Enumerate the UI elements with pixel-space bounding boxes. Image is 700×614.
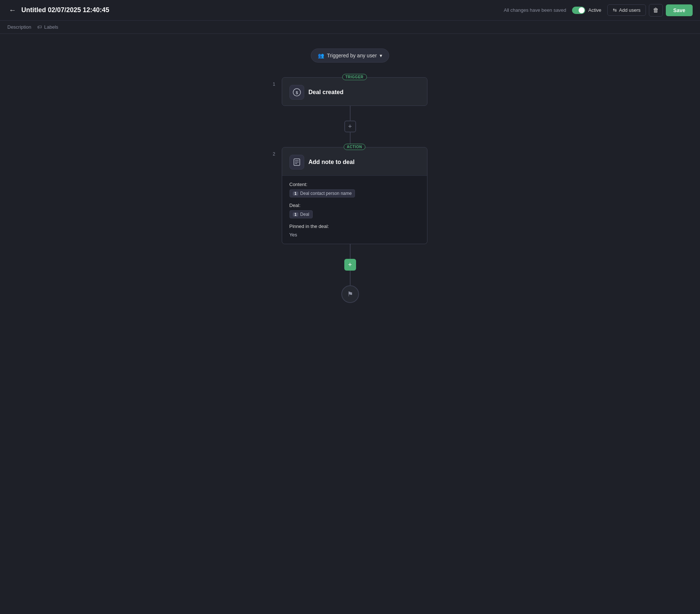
- action-card[interactable]: ACTION Add note to deal Content: 1: [282, 147, 427, 244]
- connector-3: [350, 244, 351, 259]
- deal-icon: $: [289, 85, 304, 100]
- header: ← Untitled 02/07/2025 12:40:45 All chang…: [0, 0, 700, 21]
- trigger-badge: TRIGGER: [342, 74, 367, 80]
- active-toggle-wrap: Active: [572, 7, 601, 14]
- header-right: ⇆ Add users 🗑 Save: [607, 4, 693, 17]
- sub-header: Description 🏷 Labels: [0, 21, 700, 34]
- action-badge: ACTION: [344, 144, 365, 150]
- trigger-title: Deal created: [309, 89, 344, 96]
- back-button[interactable]: ←: [7, 4, 18, 16]
- content-tag: 1 Deal contact person name: [289, 189, 355, 197]
- canvas: 👥 Triggered by any user ▾ 1 TRIGGER $ De…: [0, 34, 700, 604]
- content-tag-text: Deal contact person name: [300, 191, 352, 196]
- share-icon: ⇆: [613, 7, 617, 13]
- trigger-card[interactable]: TRIGGER $ Deal created: [282, 77, 427, 106]
- trigger-card-header: $ Deal created: [282, 78, 427, 106]
- active-label: Active: [588, 7, 601, 13]
- deal-tag-num: 1: [293, 213, 299, 217]
- user-group-icon: 👥: [318, 53, 324, 58]
- trigger-user-button[interactable]: 👥 Triggered by any user ▾: [311, 49, 390, 63]
- delete-button[interactable]: 🗑: [649, 4, 663, 17]
- deal-tag-text: Deal: [300, 212, 309, 217]
- connector-1: [350, 106, 351, 121]
- deal-field-label: Deal:: [289, 203, 420, 208]
- action-node-wrap: 2 ACTION Add note to deal Content:: [273, 147, 427, 244]
- svg-text:$: $: [295, 90, 298, 95]
- plus-icon-2: +: [348, 261, 352, 269]
- header-left: ← Untitled 02/07/2025 12:40:45: [7, 4, 498, 16]
- deal-field: Deal: 1 Deal: [289, 203, 420, 218]
- deal-tag: 1 Deal: [289, 210, 313, 218]
- saved-status: All changes have been saved: [504, 7, 566, 13]
- end-flag-icon: ⚑: [347, 290, 353, 298]
- content-field: Content: 1 Deal contact person name: [289, 182, 420, 197]
- save-button[interactable]: Save: [666, 4, 693, 16]
- header-center: All changes have been saved Active: [504, 7, 601, 14]
- connector-4: [350, 271, 351, 285]
- pinned-value: Yes: [289, 232, 297, 238]
- add-step-button-1[interactable]: +: [344, 121, 356, 132]
- content-tag-num: 1: [293, 192, 299, 196]
- chevron-down-icon: ▾: [380, 53, 382, 58]
- add-step-button-2[interactable]: +: [344, 259, 356, 271]
- action-title: Add note to deal: [309, 159, 355, 165]
- content-field-label: Content:: [289, 182, 420, 187]
- pinned-field-label: Pinned in the deal:: [289, 224, 420, 229]
- node2-number: 2: [273, 151, 279, 157]
- labels-button[interactable]: 🏷 Labels: [37, 24, 58, 30]
- pinned-field: Pinned in the deal: Yes: [289, 224, 420, 238]
- action-content-block: Content: 1 Deal contact person name Deal…: [282, 175, 427, 244]
- trash-icon: 🗑: [653, 7, 659, 14]
- action-card-header: Add note to deal: [282, 147, 427, 175]
- tag-icon: 🏷: [37, 24, 42, 30]
- note-icon: [289, 155, 304, 169]
- page-title: Untitled 02/07/2025 12:40:45: [21, 6, 109, 14]
- description-label[interactable]: Description: [7, 24, 31, 30]
- active-toggle[interactable]: [572, 7, 585, 14]
- back-icon: ←: [9, 6, 16, 14]
- trigger-node-wrap: 1 TRIGGER $ Deal created: [273, 77, 427, 106]
- plus-icon-1: +: [348, 123, 352, 131]
- node1-number: 1: [273, 82, 279, 87]
- end-node: ⚑: [341, 285, 359, 303]
- add-users-button[interactable]: ⇆ Add users: [607, 4, 646, 16]
